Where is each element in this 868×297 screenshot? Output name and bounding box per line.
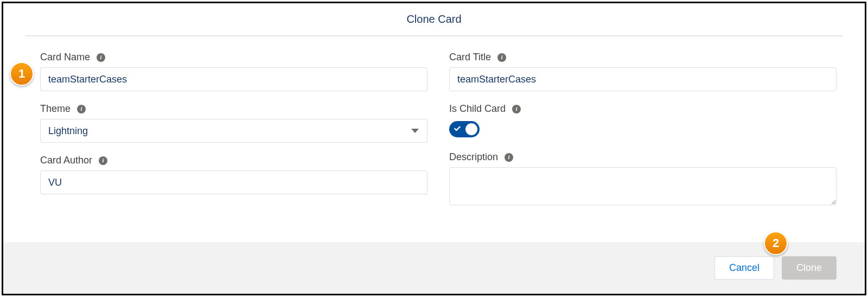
description-textarea[interactable]: [449, 167, 837, 205]
toggle-knob: [464, 122, 478, 136]
modal-footer: Cancel Clone: [3, 242, 865, 294]
right-column: Card Title i Is Child Card i: [449, 52, 837, 219]
is-child-card-toggle[interactable]: [449, 121, 480, 137]
annotation-callout-2: 2: [764, 231, 788, 255]
annotation-callout-1: 1: [10, 62, 34, 86]
clone-card-modal: Clone Card Card Name i Theme i Lightning: [2, 2, 866, 295]
card-name-label: Card Name: [40, 52, 90, 63]
modal-title: Clone Card: [3, 3, 865, 35]
clone-button[interactable]: Clone: [782, 256, 837, 280]
card-title-field: Card Title i: [449, 52, 837, 91]
check-icon: [454, 125, 461, 134]
card-title-input[interactable]: [449, 67, 837, 91]
info-icon[interactable]: i: [97, 53, 105, 62]
info-icon[interactable]: i: [512, 105, 521, 113]
theme-field: Theme i Lightning: [40, 103, 427, 143]
info-icon[interactable]: i: [497, 53, 506, 62]
description-field: Description i: [449, 151, 837, 207]
info-icon[interactable]: i: [99, 156, 107, 165]
card-name-input[interactable]: [40, 67, 427, 91]
is-child-card-label: Is Child Card: [449, 103, 506, 115]
info-icon[interactable]: i: [77, 105, 86, 113]
card-author-input[interactable]: [40, 170, 427, 194]
is-child-card-field: Is Child Card i: [449, 103, 837, 137]
theme-select[interactable]: Lightning: [40, 119, 427, 143]
card-title-label: Card Title: [449, 52, 491, 63]
card-author-field: Card Author i: [40, 155, 427, 194]
card-name-field: Card Name i: [40, 52, 427, 91]
description-label: Description: [449, 151, 498, 163]
info-icon[interactable]: i: [505, 153, 513, 162]
form-area: Card Name i Theme i Lightning: [3, 36, 865, 230]
left-column: Card Name i Theme i Lightning: [40, 52, 427, 219]
cancel-button[interactable]: Cancel: [714, 256, 774, 280]
theme-label: Theme: [40, 103, 71, 115]
card-author-label: Card Author: [40, 155, 92, 166]
